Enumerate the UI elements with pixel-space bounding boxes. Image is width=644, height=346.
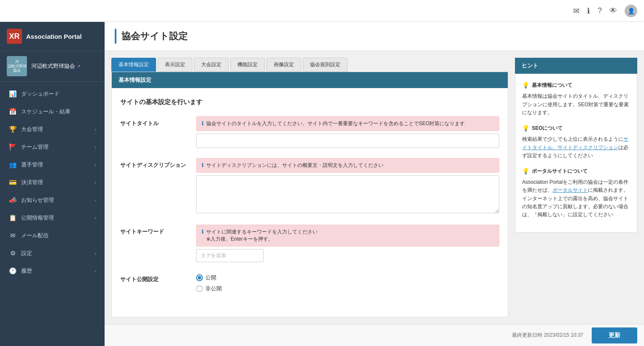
- form-panel-header: 基本情報設定: [112, 72, 508, 88]
- sidebar-item-label: お知らせ管理: [21, 196, 54, 204]
- tab-display[interactable]: 表示設定: [158, 58, 192, 72]
- sidebar-item-payment[interactable]: 💳 決済管理 ›: [0, 174, 105, 191]
- form-panel-body: サイトの基本設定を行います サイトタイトル ℹ 協会サイトのタイトルを入力してく…: [112, 88, 508, 313]
- chevron-right-icon: ›: [94, 198, 96, 203]
- site-public-radio-group: 公開 非公開: [196, 272, 499, 292]
- hint-section-portal-body: Association Portalをご利用の協会は一定の条件を満たせば、ポータ…: [522, 178, 630, 219]
- sidebar-item-settings[interactable]: ⚙ 設定 ›: [0, 244, 105, 262]
- player-icon: 👥: [8, 161, 17, 169]
- form-panel: 基本情報設定 サイトの基本設定を行います サイトタイトル ℹ 協会サイトのタイト…: [111, 72, 508, 317]
- alert-info-icon: ℹ: [202, 121, 204, 126]
- site-title-row: サイトタイトル ℹ 協会サイトのタイトルを入力してください。サイト内で一番重要な…: [120, 116, 499, 148]
- sidebar-item-mail[interactable]: ✉ メール配信: [0, 227, 105, 244]
- content-body: 基本情報設定 表示設定 大会設定 機能設定 画像設定 協会規則設定 基本情報設定…: [105, 51, 644, 324]
- alert-info-icon: ℹ: [202, 162, 204, 168]
- sidebar-item-schedule[interactable]: 📅 スケジュール・結果: [0, 103, 105, 121]
- mail-icon[interactable]: ✉: [573, 6, 579, 16]
- site-keyword-tag-input[interactable]: タグを追加: [196, 249, 264, 262]
- app-logo-icon: XR: [7, 29, 22, 44]
- header-accent-bar: [115, 29, 116, 44]
- chevron-right-icon: ›: [94, 268, 96, 274]
- page-footer: 最終更新日時 2023/02/15 10:37 更新: [105, 324, 644, 346]
- info-icon[interactable]: ℹ: [587, 6, 590, 16]
- site-description-alert-text: サイトディスクリプションには、サイトの概要文・説明文を入力してください: [206, 162, 383, 169]
- radio-public-label: 公開: [205, 274, 216, 282]
- site-title-alert: ℹ 協会サイトのタイトルを入力してください。サイト内で一番重要なキーワードを含め…: [196, 116, 499, 131]
- sidebar-item-label: ダッシュボード: [21, 90, 59, 98]
- radio-private-label: 非公開: [205, 285, 222, 292]
- sidebar-item-label: 大会管理: [21, 126, 43, 133]
- radio-private[interactable]: 非公開: [196, 285, 499, 292]
- hint-section-seo: 💡 SEOについて 検索結果で少しでも上位に表示されるようにサイトタイトル、サイ…: [522, 123, 630, 160]
- site-public-label: サイト公開設定: [120, 272, 188, 283]
- chevron-right-icon: ›: [94, 145, 96, 150]
- org-external-link-icon[interactable]: ↗: [77, 64, 81, 69]
- update-button[interactable]: 更新: [592, 327, 637, 343]
- content-area: 協会サイト設定 基本情報設定 表示設定 大会設定 機能設定 画像設定 協会規則設…: [105, 22, 644, 346]
- site-description-textarea[interactable]: [196, 175, 499, 213]
- site-description-row: サイトディスクリプション ℹ サイトディスクリプションには、サイトの概要文・説明…: [120, 158, 499, 215]
- last-updated-text: 最終更新日時 2023/02/15 10:37: [512, 332, 583, 339]
- sidebar-item-history[interactable]: 🕐 履歴 ›: [0, 262, 105, 280]
- sidebar-item-player[interactable]: 👥 選手管理 ›: [0, 156, 105, 174]
- site-title-input[interactable]: [196, 134, 499, 148]
- sidebar-item-label: メール配信: [21, 232, 49, 239]
- org-name-text: 河辺軟式野球協会: [31, 62, 75, 70]
- sidebar-item-label: スケジュール・結果: [21, 108, 70, 115]
- radio-public[interactable]: 公開: [196, 274, 499, 282]
- site-title-label: サイトタイトル: [120, 116, 188, 127]
- chevron-right-icon: ›: [94, 251, 96, 256]
- sidebar-org[interactable]: 河辺軟式野球協会 河辺軟式野球協会 ↗: [0, 51, 105, 82]
- view-icon[interactable]: 👁: [609, 6, 617, 15]
- page-title: 協会サイト設定: [121, 30, 188, 43]
- avatar[interactable]: 👤: [625, 5, 637, 17]
- sidebar: XR Association Portal 河辺軟式野球協会 河辺軟式野球協会 …: [0, 22, 105, 346]
- alert-info-icon: ℹ: [202, 229, 204, 235]
- site-keyword-alert: ℹ サイトに関連するキーワードを入力してください ※入力後、Enterキーを押す…: [196, 225, 499, 247]
- avatar-icon: 👤: [628, 8, 635, 14]
- tab-tournament[interactable]: 大会設定: [194, 58, 229, 72]
- site-title-controls: ℹ 協会サイトのタイトルを入力してください。サイト内で一番重要なキーワードを含め…: [196, 116, 499, 148]
- sidebar-item-label: 設定: [21, 249, 32, 257]
- hint-panel: ヒント 💡 基本情報について 基本情報は協会サイトのタイトル、ディスクリプション…: [515, 58, 637, 317]
- help-icon[interactable]: ?: [598, 6, 602, 15]
- hint-link-portal[interactable]: ポータルサイト: [552, 187, 588, 193]
- tabs-bar: 基本情報設定 表示設定 大会設定 機能設定 画像設定 協会規則設定: [111, 58, 508, 72]
- site-public-row: サイト公開設定 公開 非公開: [120, 272, 499, 292]
- public-icon: 📋: [8, 214, 17, 222]
- sidebar-item-dashboard[interactable]: 📊 ダッシュボード: [0, 85, 105, 103]
- dashboard-icon: 📊: [8, 90, 17, 98]
- mail-nav-icon: ✉: [8, 232, 17, 239]
- tab-image[interactable]: 画像設定: [267, 58, 301, 72]
- form-panel-title: 基本情報設定: [119, 77, 151, 83]
- radio-private-dot: [196, 285, 203, 292]
- payment-icon: 💳: [8, 179, 17, 186]
- sidebar-item-public[interactable]: 📋 公開情報管理 ›: [0, 209, 105, 227]
- radio-public-dot: [196, 274, 203, 281]
- chevron-right-icon: ›: [94, 215, 96, 220]
- sidebar-item-tournament[interactable]: 🏆 大会管理 ›: [0, 121, 105, 138]
- org-icon: 河辺軟式野球協会: [7, 56, 27, 76]
- hint-link-site-title[interactable]: サイトタイトル、サイトディスクリプション: [522, 136, 628, 150]
- tab-rules[interactable]: 協会規則設定: [303, 58, 348, 72]
- site-keyword-row: サイトキーワード ℹ サイトに関連するキーワードを入力してください ※入力後、E…: [120, 225, 499, 262]
- top-bar: ✉ ℹ ? 👁 👤: [0, 0, 644, 22]
- form-subtitle: サイトの基本設定を行います: [120, 98, 499, 106]
- top-bar-icons: ✉ ℹ ? 👁 👤: [573, 5, 637, 17]
- site-description-controls: ℹ サイトディスクリプションには、サイトの概要文・説明文を入力してください: [196, 158, 499, 215]
- sidebar-item-label: 選手管理: [21, 161, 43, 169]
- settings-icon: ⚙: [8, 249, 17, 257]
- tab-basic[interactable]: 基本情報設定: [111, 58, 156, 72]
- tab-function[interactable]: 機能設定: [230, 58, 265, 72]
- tournament-icon: 🏆: [8, 126, 17, 133]
- hint-section-basic-body: 基本情報は協会サイトのタイトル、ディスクリプションに使用します。SEO対策で重要…: [522, 92, 630, 117]
- chevron-right-icon: ›: [94, 180, 96, 185]
- hint-section-basic-title: 💡 基本情報について: [522, 80, 630, 90]
- sidebar-item-notice[interactable]: 📣 お知らせ管理 ›: [0, 191, 105, 209]
- site-title-alert-text: 協会サイトのタイトルを入力してください。サイト内で一番重要なキーワードを含めるこ…: [206, 120, 465, 127]
- site-keyword-controls: ℹ サイトに関連するキーワードを入力してください ※入力後、Enterキーを押す…: [196, 225, 499, 262]
- sidebar-item-team[interactable]: 🚩 チーム管理 ›: [0, 138, 105, 156]
- team-icon: 🚩: [8, 143, 17, 151]
- site-description-alert: ℹ サイトディスクリプションには、サイトの概要文・説明文を入力してください: [196, 158, 499, 173]
- chevron-right-icon: ›: [94, 127, 96, 132]
